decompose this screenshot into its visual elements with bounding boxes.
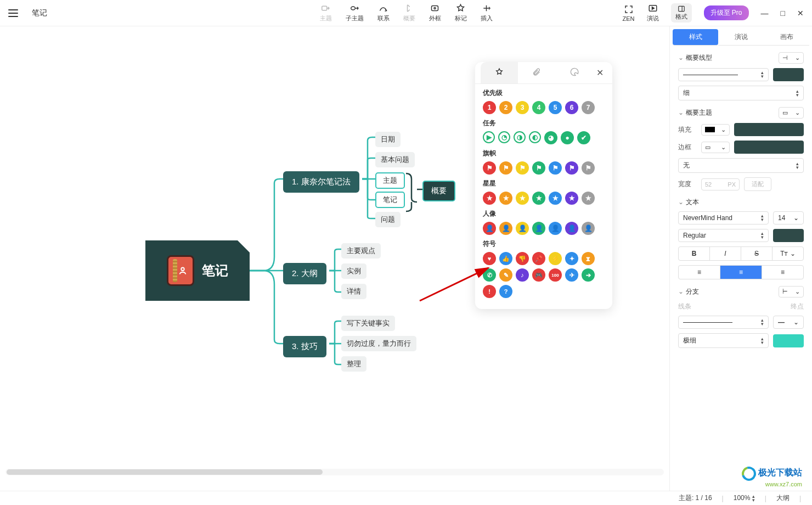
marker-number[interactable]: 1 [483, 101, 496, 114]
toolbar-frame[interactable]: 外框 [429, 3, 441, 23]
marker-symbol[interactable]: ✦ [565, 252, 578, 265]
border-color-swatch[interactable] [734, 141, 804, 154]
marker-person[interactable]: 👤 [565, 222, 578, 235]
toolbar-marker[interactable]: 标记 [455, 3, 467, 23]
marker-task[interactable]: ✔ [577, 131, 590, 144]
section-summary-line[interactable]: ⌄概要线型 ⊣⌄ [678, 52, 804, 64]
align-right-button[interactable]: ≡ [762, 266, 803, 279]
toolbar-insert[interactable]: 插入 [481, 3, 493, 23]
maximize-button[interactable]: □ [781, 9, 785, 18]
popup-close-button[interactable]: ✕ [593, 68, 607, 78]
marker-flag[interactable]: ⚑ [499, 161, 512, 175]
topic-shape-select[interactable]: ▭⌄ [779, 107, 804, 119]
marker-task[interactable]: ◔ [498, 131, 510, 143]
popup-tab-marker[interactable] [481, 62, 518, 83]
canvas[interactable]: 笔记 1. 康奈尔笔记法 日期 基本问题 主题 笔记 问题 概要 2. 大纲 主… [0, 26, 669, 491]
toolbar-format[interactable]: 格式 [671, 3, 692, 23]
section-summary-topic[interactable]: ⌄概要主题 ▭⌄ [678, 107, 804, 119]
marker-task[interactable]: ◐ [529, 131, 541, 143]
marker-flag[interactable]: ⚑ [565, 161, 578, 175]
marker-symbol[interactable]: ! [483, 285, 496, 298]
marker-star[interactable]: ★ [565, 192, 578, 205]
panel-tab-canvas[interactable]: 画布 [764, 29, 809, 46]
marker-symbol[interactable]: ✎ [499, 268, 512, 282]
border-style-select[interactable]: 无▴▾ [678, 158, 804, 173]
fit-button[interactable]: 适配 [744, 177, 771, 191]
panel-tab-present[interactable]: 演说 [718, 29, 764, 46]
leaf-node-selected[interactable]: 主题 [375, 172, 405, 189]
width-input[interactable]: 52PX [701, 178, 740, 190]
upgrade-pro-button[interactable]: 升级至 Pro [704, 5, 749, 20]
status-view[interactable]: 大纲 [776, 493, 790, 503]
leaf-node[interactable]: 主要观点 [341, 243, 381, 259]
border-shape-select[interactable]: ▭⌄ [701, 142, 730, 153]
endpoint-select[interactable]: —⌄ [773, 316, 804, 329]
branch-thin-select[interactable]: 极细▴▾ [678, 333, 769, 348]
marker-number[interactable]: 6 [565, 101, 578, 114]
section-text[interactable]: ⌄文本 [678, 198, 804, 207]
horizontal-scrollbar[interactable] [5, 469, 664, 475]
italic-button[interactable]: I [710, 247, 741, 260]
marker-symbol[interactable]: 👎 [516, 252, 529, 265]
marker-symbol[interactable]: 100 [549, 268, 562, 282]
font-weight-select[interactable]: Regular▴▾ [678, 229, 769, 242]
marker-symbol[interactable]: 🎮 [532, 268, 545, 282]
marker-flag[interactable]: ⚑ [582, 161, 595, 175]
section-branch[interactable]: ⌄分支 ⊢⌄ [678, 286, 804, 298]
marker-person[interactable]: 👤 [532, 222, 545, 235]
bold-button[interactable]: B [679, 247, 710, 260]
toolbar-summary[interactable]: 概要 [403, 3, 415, 23]
marker-number[interactable]: 5 [549, 101, 562, 114]
marker-symbol[interactable]: ♪ [516, 268, 529, 282]
branch-shape-select[interactable]: ⊢⌄ [779, 286, 804, 298]
font-size-select[interactable]: 14⌄ [773, 211, 804, 225]
popup-tab-clip[interactable] [518, 62, 555, 83]
minimize-button[interactable]: — [761, 9, 769, 18]
marker-symbol[interactable]: ➔ [582, 268, 595, 282]
thickness-select[interactable]: 细▴▾ [678, 86, 804, 100]
marker-symbol[interactable]: ? [499, 285, 512, 298]
close-button[interactable]: ✕ [797, 9, 804, 18]
branch-node-3[interactable]: 3. 技巧 [283, 336, 326, 357]
marker-star[interactable]: ★ [582, 192, 595, 205]
align-left-button[interactable]: ≡ [679, 266, 720, 279]
summary-node[interactable]: 概要 [422, 181, 455, 201]
marker-number[interactable]: 3 [516, 101, 529, 114]
marker-number[interactable]: 7 [582, 101, 595, 114]
leaf-node[interactable]: 基本问题 [375, 152, 415, 167]
marker-symbol[interactable]: ✈ [565, 268, 578, 282]
leaf-node[interactable]: 问题 [375, 212, 401, 227]
toolbar-zen[interactable]: ZEN [623, 4, 635, 22]
toolbar-present[interactable]: 演说 [647, 3, 659, 23]
toolbar-relation[interactable]: 联系 [377, 3, 390, 23]
marker-symbol[interactable]: 📌 [532, 252, 545, 265]
marker-star[interactable]: ★ [483, 192, 496, 205]
marker-star[interactable]: ★ [499, 192, 512, 205]
marker-task[interactable]: ◕ [544, 131, 557, 144]
menu-icon[interactable] [8, 5, 24, 21]
font-select[interactable]: NeverMind Hand▴▾ [678, 211, 769, 225]
marker-person[interactable]: 👤 [582, 222, 595, 235]
marker-number[interactable]: 2 [499, 101, 512, 114]
marker-task[interactable]: ◑ [514, 131, 526, 143]
leaf-node[interactable]: 切勿过度，量力而行 [341, 336, 416, 351]
fill-color-swatch[interactable] [734, 123, 804, 136]
leaf-node[interactable]: 详情 [341, 284, 366, 299]
branch-line-select[interactable]: ▴▾ [678, 316, 769, 329]
fill-color-select[interactable]: ⌄ [701, 124, 730, 136]
marker-symbol[interactable]: ⚡ [549, 252, 562, 265]
marker-symbol[interactable]: ✆ [483, 268, 496, 282]
marker-flag[interactable]: ⚑ [516, 161, 529, 175]
popup-tab-sticker[interactable] [556, 62, 593, 83]
leaf-node[interactable]: 整理 [341, 356, 366, 372]
marker-star[interactable]: ★ [532, 192, 545, 205]
marker-task[interactable]: ▶ [483, 131, 495, 143]
status-zoom[interactable]: 100% ▴▾ [734, 494, 755, 502]
strike-button[interactable]: S [741, 247, 772, 260]
marker-task[interactable]: ● [561, 131, 574, 144]
marker-person[interactable]: 👤 [499, 222, 512, 235]
marker-symbol[interactable]: ⧗ [582, 252, 595, 265]
marker-star[interactable]: ★ [549, 192, 562, 205]
branch-node-2[interactable]: 2. 大纲 [283, 263, 326, 284]
marker-person[interactable]: 👤 [516, 222, 529, 235]
